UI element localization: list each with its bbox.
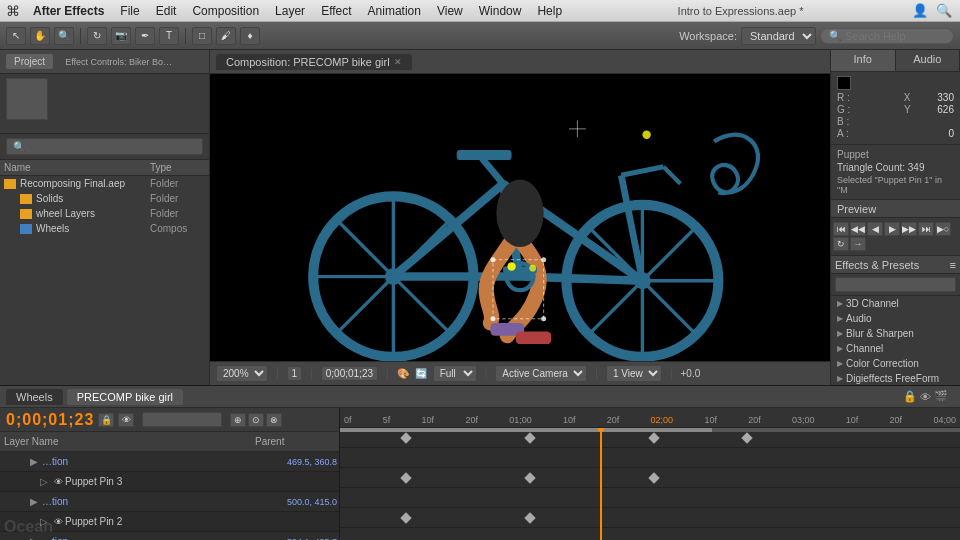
menu-composition[interactable]: Composition bbox=[185, 2, 266, 20]
menu-help[interactable]: Help bbox=[530, 2, 569, 20]
toolbar-separator-2 bbox=[185, 28, 186, 44]
preview-next-frame-button[interactable]: → bbox=[850, 237, 866, 251]
keyframe-row bbox=[340, 468, 960, 488]
layer-expand-icon[interactable]: ▶ bbox=[30, 456, 42, 467]
tool-hand[interactable]: ✋ bbox=[30, 27, 50, 45]
tool-shape[interactable]: □ bbox=[192, 27, 212, 45]
tool-select[interactable]: ↖ bbox=[6, 27, 26, 45]
layer-expand-icon[interactable]: ▶ bbox=[30, 536, 42, 540]
preview-first-button[interactable]: ⏮ bbox=[833, 222, 849, 236]
composition-canvas[interactable] bbox=[210, 74, 830, 361]
layer-visibility-icon[interactable]: 👁 bbox=[54, 477, 63, 487]
timeline-layer[interactable]: ▶ …tion 469.5, 360.8 bbox=[0, 452, 339, 472]
layer-name: …tion bbox=[42, 456, 287, 467]
tab-audio[interactable]: Audio bbox=[896, 50, 961, 71]
workspace-dropdown[interactable]: Standard bbox=[741, 27, 816, 45]
timeline-icon-1[interactable]: 🔒 bbox=[903, 390, 917, 403]
tool-zoom[interactable]: 🔍 bbox=[54, 27, 74, 45]
camera-select[interactable]: Active Camera bbox=[495, 365, 587, 382]
zoom-select[interactable]: 200%100%50% bbox=[216, 365, 268, 382]
layer-visibility-icon[interactable]: 👁 bbox=[54, 517, 63, 527]
tab-wheels[interactable]: Wheels bbox=[6, 389, 63, 405]
effects-presets-title: Effects & Presets bbox=[835, 259, 919, 271]
effect-item-color-correction[interactable]: ▶Color Correction bbox=[831, 356, 960, 371]
effects-presets-menu[interactable]: ≡ bbox=[950, 259, 956, 271]
menu-after-effects[interactable]: After Effects bbox=[26, 2, 111, 20]
tab-info[interactable]: Info bbox=[831, 50, 896, 71]
menu-file[interactable]: File bbox=[113, 2, 146, 20]
preview-loop-button[interactable]: ↻ bbox=[833, 237, 849, 251]
apple-menu[interactable]: ⌘ bbox=[6, 3, 20, 19]
tab-precomp-bike[interactable]: PRECOMP bike girl bbox=[67, 389, 183, 405]
preview-last-button[interactable]: ⏭ bbox=[918, 222, 934, 236]
preview-back-button[interactable]: ◀ bbox=[867, 222, 883, 236]
timeline-playhead[interactable] bbox=[600, 428, 602, 540]
list-item[interactable]: Wheels Compos bbox=[0, 221, 209, 236]
effect-item-digieffects[interactable]: ▶Digieffects FreeForm bbox=[831, 371, 960, 385]
preview-ram-button[interactable]: ▶○ bbox=[935, 222, 951, 236]
timeline-ctrl-1[interactable]: 🔒 bbox=[98, 413, 114, 427]
keyframe-row bbox=[340, 508, 960, 528]
menu-window[interactable]: Window bbox=[472, 2, 529, 20]
effects-search-input[interactable] bbox=[835, 277, 956, 292]
tab-project[interactable]: Project bbox=[6, 54, 53, 69]
ruler-mark: 20f bbox=[607, 415, 620, 425]
menu-view[interactable]: View bbox=[430, 2, 470, 20]
keyframe-dot bbox=[524, 472, 535, 483]
timeline-layer[interactable]: ▶ …tion 500.0, 415.0 bbox=[0, 492, 339, 512]
timeline-mode-btn-1[interactable]: ⊕ bbox=[230, 413, 246, 427]
menu-effect[interactable]: Effect bbox=[314, 2, 358, 20]
timeline-keyframes[interactable] bbox=[340, 428, 960, 540]
layer-props: 594.1, 435.7 bbox=[287, 537, 337, 541]
effect-item-3d-channel[interactable]: ▶3D Channel bbox=[831, 296, 960, 311]
tool-camera[interactable]: 📷 bbox=[111, 27, 131, 45]
timeline-ctrl-2[interactable]: 👁 bbox=[118, 413, 134, 427]
tool-pen[interactable]: ✒ bbox=[135, 27, 155, 45]
project-search-input[interactable] bbox=[6, 138, 203, 155]
tab-effect-controls[interactable]: Effect Controls: Biker Bo… bbox=[57, 55, 180, 69]
keyframe-dot bbox=[400, 432, 411, 443]
preview-forward-button[interactable]: ▶▶ bbox=[901, 222, 917, 236]
menu-edit[interactable]: Edit bbox=[149, 2, 184, 20]
tool-rotate[interactable]: ↻ bbox=[87, 27, 107, 45]
layer-expand-icon[interactable]: ▷ bbox=[40, 476, 52, 487]
info-row-r: R : X 330 bbox=[837, 92, 954, 103]
effect-item-audio[interactable]: ▶Audio bbox=[831, 311, 960, 326]
layer-name: Puppet Pin 2 bbox=[65, 516, 337, 527]
user-icon: 👤 bbox=[912, 3, 928, 18]
close-comp-button[interactable]: ✕ bbox=[394, 57, 402, 67]
item-type: Compos bbox=[150, 223, 205, 234]
resolution-select[interactable]: FullHalf bbox=[433, 365, 477, 382]
effect-item-blur[interactable]: ▶Blur & Sharpen bbox=[831, 326, 960, 341]
list-item[interactable]: wheel Layers Folder bbox=[0, 206, 209, 221]
item-name: wheel Layers bbox=[36, 208, 150, 219]
search-input[interactable] bbox=[845, 30, 945, 42]
timeline-layer[interactable]: ▶ …tion 594.1, 435.7 bbox=[0, 532, 339, 540]
folder-icon bbox=[20, 194, 32, 204]
timeline-mode-btn-3[interactable]: ⊗ bbox=[266, 413, 282, 427]
effect-item-channel[interactable]: ▶Channel bbox=[831, 341, 960, 356]
preview-prev-button[interactable]: ◀◀ bbox=[850, 222, 866, 236]
menu-layer[interactable]: Layer bbox=[268, 2, 312, 20]
timeline-icon-2[interactable]: 👁 bbox=[920, 391, 931, 403]
effects-presets-header: Effects & Presets ≡ bbox=[831, 256, 960, 274]
composition-tab[interactable]: Composition: PRECOMP bike girl ✕ bbox=[216, 54, 412, 70]
layer-expand-icon[interactable]: ▶ bbox=[30, 496, 42, 507]
folder-icon bbox=[4, 179, 16, 189]
tool-puppet[interactable]: ♦ bbox=[240, 27, 260, 45]
timeline-layer[interactable]: ▷ 👁 Puppet Pin 2 bbox=[0, 512, 339, 532]
timeline-search-input[interactable] bbox=[142, 412, 222, 427]
search-icon: 🔍 bbox=[829, 30, 841, 41]
tool-paint[interactable]: 🖌 bbox=[216, 27, 236, 45]
layer-expand-icon[interactable]: ▷ bbox=[40, 516, 52, 527]
timeline-icon-3[interactable]: 🎬 bbox=[934, 390, 948, 403]
timeline-mode-btn-2[interactable]: ⊙ bbox=[248, 413, 264, 427]
view-select[interactable]: 1 View bbox=[606, 365, 662, 382]
list-item[interactable]: Solids Folder bbox=[0, 191, 209, 206]
list-item[interactable]: Recomposing Final.aep Folder bbox=[0, 176, 209, 191]
preview-play-button[interactable]: ▶ bbox=[884, 222, 900, 236]
menu-animation[interactable]: Animation bbox=[361, 2, 428, 20]
tool-text[interactable]: T bbox=[159, 27, 179, 45]
timeline-layer[interactable]: ▷ 👁 Puppet Pin 3 bbox=[0, 472, 339, 492]
puppet-title: Puppet bbox=[837, 149, 954, 160]
